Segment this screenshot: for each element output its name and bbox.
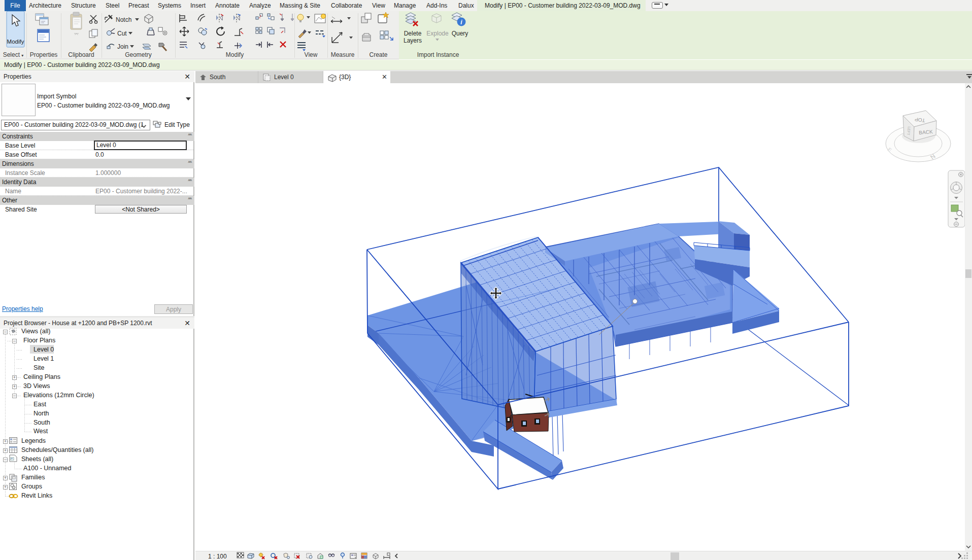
svg-text:Join: Join (117, 43, 128, 50)
svg-text:Notch: Notch (116, 16, 131, 23)
svg-text:Cut: Cut (117, 30, 127, 37)
svg-text:Query: Query (452, 30, 468, 37)
svg-text:Modify: Modify (7, 39, 24, 45)
svg-text:BACK: BACK (919, 129, 933, 135)
svg-text:Layers: Layers (404, 37, 422, 44)
svg-text:Delete: Delete (404, 30, 422, 37)
svg-text:Explode: Explode (426, 30, 449, 37)
